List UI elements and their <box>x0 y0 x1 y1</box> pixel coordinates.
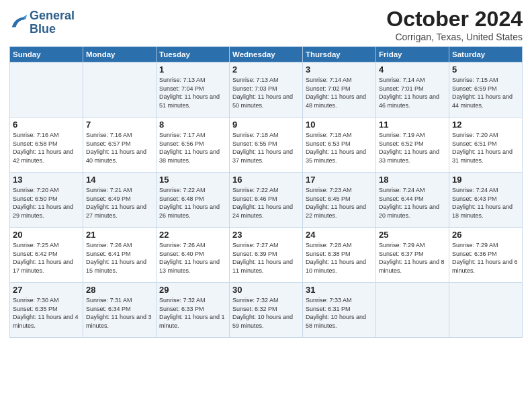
day-cell: 2Sunrise: 7:13 AM Sunset: 7:03 PM Daylig… <box>230 62 303 118</box>
col-header-tuesday: Tuesday <box>157 47 230 62</box>
calendar-title: October 2024 <box>386 7 523 32</box>
day-number: 26 <box>452 230 519 240</box>
day-cell: 18Sunrise: 7:24 AM Sunset: 6:44 PM Dayli… <box>376 173 449 228</box>
day-number: 17 <box>306 175 373 185</box>
day-cell: 17Sunrise: 7:23 AM Sunset: 6:45 PM Dayli… <box>303 173 376 228</box>
day-cell: 1Sunrise: 7:13 AM Sunset: 7:04 PM Daylig… <box>157 62 230 118</box>
day-cell: 14Sunrise: 7:21 AM Sunset: 6:49 PM Dayli… <box>83 173 157 228</box>
header: General Blue October 2024 Corrigan, Texa… <box>9 7 523 42</box>
day-cell: 27Sunrise: 7:30 AM Sunset: 6:35 PM Dayli… <box>10 283 83 338</box>
day-cell: 7Sunrise: 7:16 AM Sunset: 6:57 PM Daylig… <box>83 118 157 173</box>
col-header-thursday: Thursday <box>303 47 376 62</box>
col-header-saturday: Saturday <box>449 47 523 62</box>
day-info: Sunrise: 7:29 AM Sunset: 6:37 PM Dayligh… <box>379 241 446 275</box>
day-cell: 23Sunrise: 7:27 AM Sunset: 6:39 PM Dayli… <box>230 228 303 283</box>
col-header-friday: Friday <box>376 47 449 62</box>
day-info: Sunrise: 7:20 AM Sunset: 6:50 PM Dayligh… <box>13 186 80 220</box>
calendar-table: SundayMondayTuesdayWednesdayThursdayFrid… <box>9 46 523 338</box>
day-cell: 9Sunrise: 7:18 AM Sunset: 6:55 PM Daylig… <box>230 118 303 173</box>
day-number: 27 <box>13 285 80 295</box>
day-info: Sunrise: 7:13 AM Sunset: 7:04 PM Dayligh… <box>159 76 226 109</box>
day-number: 14 <box>86 175 153 185</box>
week-row-2: 6Sunrise: 7:16 AM Sunset: 6:58 PM Daylig… <box>10 118 523 173</box>
day-cell: 26Sunrise: 7:29 AM Sunset: 6:36 PM Dayli… <box>449 228 523 283</box>
week-row-5: 27Sunrise: 7:30 AM Sunset: 6:35 PM Dayli… <box>10 283 523 338</box>
day-number: 11 <box>379 120 446 130</box>
day-number: 13 <box>13 175 80 185</box>
day-info: Sunrise: 7:21 AM Sunset: 6:49 PM Dayligh… <box>86 186 153 220</box>
day-info: Sunrise: 7:31 AM Sunset: 6:34 PM Dayligh… <box>86 296 153 330</box>
day-info: Sunrise: 7:22 AM Sunset: 6:46 PM Dayligh… <box>232 186 300 220</box>
week-row-4: 20Sunrise: 7:25 AM Sunset: 6:42 PM Dayli… <box>10 228 523 283</box>
day-number: 18 <box>379 175 446 185</box>
day-info: Sunrise: 7:18 AM Sunset: 6:55 PM Dayligh… <box>232 131 300 165</box>
day-number: 7 <box>86 120 153 130</box>
day-number: 21 <box>86 230 153 240</box>
day-number: 28 <box>86 285 153 295</box>
day-cell: 15Sunrise: 7:22 AM Sunset: 6:48 PM Dayli… <box>157 173 230 228</box>
day-info: Sunrise: 7:20 AM Sunset: 6:51 PM Dayligh… <box>452 131 519 165</box>
day-number: 20 <box>13 230 80 240</box>
day-info: Sunrise: 7:24 AM Sunset: 6:43 PM Dayligh… <box>452 186 519 220</box>
day-cell: 28Sunrise: 7:31 AM Sunset: 6:34 PM Dayli… <box>83 283 157 338</box>
week-row-3: 13Sunrise: 7:20 AM Sunset: 6:50 PM Dayli… <box>10 173 523 228</box>
title-block: October 2024 Corrigan, Texas, United Sta… <box>386 7 523 42</box>
day-info: Sunrise: 7:28 AM Sunset: 6:38 PM Dayligh… <box>306 241 373 275</box>
day-cell: 19Sunrise: 7:24 AM Sunset: 6:43 PM Dayli… <box>449 173 523 228</box>
col-header-wednesday: Wednesday <box>230 47 303 62</box>
day-cell <box>449 283 523 338</box>
day-info: Sunrise: 7:16 AM Sunset: 6:57 PM Dayligh… <box>86 131 153 165</box>
day-info: Sunrise: 7:16 AM Sunset: 6:58 PM Dayligh… <box>13 131 80 165</box>
day-info: Sunrise: 7:33 AM Sunset: 6:31 PM Dayligh… <box>306 296 373 330</box>
day-cell: 4Sunrise: 7:14 AM Sunset: 7:01 PM Daylig… <box>376 62 449 118</box>
day-number: 5 <box>452 64 519 75</box>
day-cell: 5Sunrise: 7:15 AM Sunset: 6:59 PM Daylig… <box>449 62 523 118</box>
day-info: Sunrise: 7:13 AM Sunset: 7:03 PM Dayligh… <box>232 76 300 109</box>
day-cell: 22Sunrise: 7:26 AM Sunset: 6:40 PM Dayli… <box>157 228 230 283</box>
day-info: Sunrise: 7:14 AM Sunset: 7:02 PM Dayligh… <box>306 76 373 109</box>
day-number: 31 <box>306 285 373 295</box>
day-info: Sunrise: 7:23 AM Sunset: 6:45 PM Dayligh… <box>306 186 373 220</box>
day-info: Sunrise: 7:26 AM Sunset: 6:41 PM Dayligh… <box>86 241 153 275</box>
day-number: 3 <box>306 64 373 75</box>
day-cell: 29Sunrise: 7:32 AM Sunset: 6:33 PM Dayli… <box>157 283 230 338</box>
day-info: Sunrise: 7:26 AM Sunset: 6:40 PM Dayligh… <box>159 241 226 275</box>
day-cell: 8Sunrise: 7:17 AM Sunset: 6:56 PM Daylig… <box>157 118 230 173</box>
logo: General Blue <box>9 9 75 36</box>
day-info: Sunrise: 7:29 AM Sunset: 6:36 PM Dayligh… <box>452 241 519 275</box>
header-row: SundayMondayTuesdayWednesdayThursdayFrid… <box>10 47 523 62</box>
logo-text: General Blue <box>30 9 75 36</box>
day-number: 24 <box>306 230 373 240</box>
day-cell: 11Sunrise: 7:19 AM Sunset: 6:52 PM Dayli… <box>376 118 449 173</box>
day-number: 22 <box>159 230 226 240</box>
day-number: 6 <box>13 120 80 130</box>
day-cell: 20Sunrise: 7:25 AM Sunset: 6:42 PM Dayli… <box>10 228 83 283</box>
day-cell: 6Sunrise: 7:16 AM Sunset: 6:58 PM Daylig… <box>10 118 83 173</box>
col-header-sunday: Sunday <box>10 47 83 62</box>
col-header-monday: Monday <box>83 47 157 62</box>
day-number: 29 <box>159 285 226 295</box>
day-number: 8 <box>159 120 226 130</box>
day-cell: 12Sunrise: 7:20 AM Sunset: 6:51 PM Dayli… <box>449 118 523 173</box>
day-info: Sunrise: 7:25 AM Sunset: 6:42 PM Dayligh… <box>13 241 80 275</box>
day-info: Sunrise: 7:24 AM Sunset: 6:44 PM Dayligh… <box>379 186 446 220</box>
day-info: Sunrise: 7:32 AM Sunset: 6:33 PM Dayligh… <box>159 296 226 330</box>
day-cell: 3Sunrise: 7:14 AM Sunset: 7:02 PM Daylig… <box>303 62 376 118</box>
day-cell: 24Sunrise: 7:28 AM Sunset: 6:38 PM Dayli… <box>303 228 376 283</box>
day-info: Sunrise: 7:18 AM Sunset: 6:53 PM Dayligh… <box>306 131 373 165</box>
day-info: Sunrise: 7:17 AM Sunset: 6:56 PM Dayligh… <box>159 131 226 165</box>
day-info: Sunrise: 7:15 AM Sunset: 6:59 PM Dayligh… <box>452 76 519 109</box>
day-number: 15 <box>159 175 226 185</box>
day-number: 30 <box>232 285 300 295</box>
day-info: Sunrise: 7:19 AM Sunset: 6:52 PM Dayligh… <box>379 131 446 165</box>
day-number: 23 <box>232 230 300 240</box>
day-number: 16 <box>232 175 300 185</box>
logo-icon <box>9 13 28 32</box>
day-info: Sunrise: 7:30 AM Sunset: 6:35 PM Dayligh… <box>13 296 80 330</box>
day-cell <box>83 62 157 118</box>
day-cell <box>376 283 449 338</box>
day-cell: 30Sunrise: 7:32 AM Sunset: 6:32 PM Dayli… <box>230 283 303 338</box>
day-cell: 13Sunrise: 7:20 AM Sunset: 6:50 PM Dayli… <box>10 173 83 228</box>
day-info: Sunrise: 7:32 AM Sunset: 6:32 PM Dayligh… <box>232 296 300 330</box>
day-number: 1 <box>159 64 226 75</box>
